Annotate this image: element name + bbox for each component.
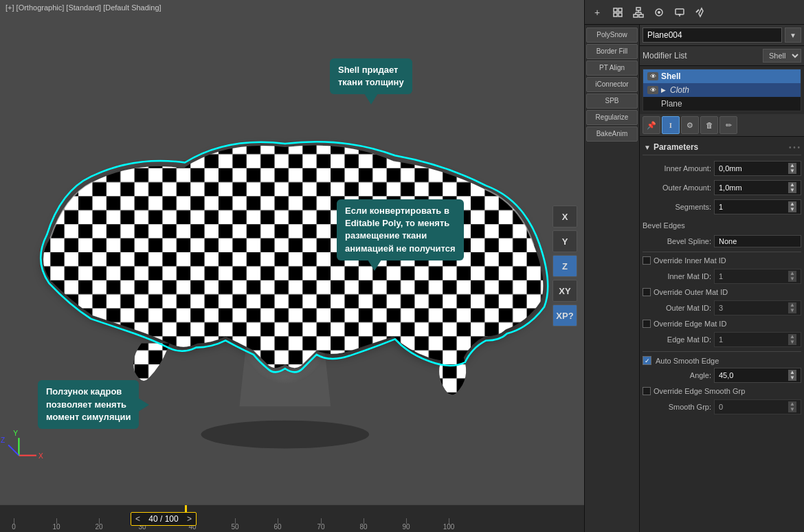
- motion-icon[interactable]: [649, 3, 669, 22]
- outer-amount-value[interactable]: 1,0mm ▲ ▼: [714, 180, 801, 195]
- z-nav-button[interactable]: Z: [552, 255, 577, 277]
- inner-amount-down[interactable]: ▼: [788, 168, 796, 174]
- iconnector-button[interactable]: iConnector: [586, 77, 638, 92]
- x-nav-button[interactable]: X: [552, 206, 577, 228]
- bevel-spline-value[interactable]: None: [714, 235, 801, 247]
- outer-mat-id-spinner[interactable]: ▲ ▼: [788, 302, 796, 313]
- angle-value[interactable]: 45,0 ▲ ▼: [714, 368, 801, 383]
- cloth-eye-icon[interactable]: 👁: [647, 86, 658, 94]
- inner-mat-id-down[interactable]: ▼: [788, 276, 796, 282]
- angle-down[interactable]: ▼: [788, 375, 796, 381]
- smooth-grp-down[interactable]: ▼: [788, 407, 796, 412]
- segments-spinner[interactable]: ▲ ▼: [788, 201, 796, 212]
- display-icon[interactable]: [670, 3, 689, 22]
- object-name-input[interactable]: [643, 27, 782, 43]
- modifier-list-dropdown[interactable]: Shell Cloth Bend: [763, 49, 801, 63]
- params-header: ▼ Parameters • • •: [643, 140, 801, 155]
- inner-amount-spinner[interactable]: ▲ ▼: [788, 163, 796, 174]
- viewport-header: [+] [Orthographic] [Standard] [Default S…: [0, 0, 584, 16]
- inner-amount-value[interactable]: 0,0mm ▲ ▼: [714, 161, 801, 176]
- segments-value[interactable]: 1 ▲ ▼: [714, 199, 801, 214]
- divider-2: [643, 351, 801, 352]
- override-edge-smooth-row: Override Edge Smooth Grp: [643, 386, 801, 397]
- tooltip-editable-text: Если конвертировать вEditable Poly, то м…: [345, 206, 456, 254]
- cloth-modifier-item[interactable]: 👁 ▶ Cloth: [643, 83, 801, 97]
- settings-button[interactable]: ⚙: [681, 116, 699, 134]
- outer-mat-id-row: Outer Mat ID: 3 ▲ ▼: [643, 299, 801, 317]
- bake-anim-button[interactable]: BakeAnim: [586, 126, 638, 142]
- edit-button[interactable]: ✏: [719, 116, 737, 134]
- regularize-button[interactable]: Regularize: [586, 110, 638, 125]
- angle-label: Angle:: [643, 371, 711, 379]
- outer-amount-spinner[interactable]: ▲ ▼: [788, 182, 796, 193]
- name-options-button[interactable]: ▼: [785, 27, 801, 43]
- outer-mat-id-down[interactable]: ▼: [788, 308, 796, 313]
- xp-nav-button[interactable]: XP?: [552, 304, 577, 326]
- override-outer-mat-label: Override Outer Mat ID: [654, 288, 728, 296]
- y-nav-button[interactable]: Y: [552, 230, 577, 252]
- auto-smooth-row: Auto Smooth Edge: [643, 355, 801, 366]
- link-icon[interactable]: [608, 3, 627, 22]
- z-nav-label: Z: [562, 261, 568, 271]
- hierarchy-icon[interactable]: [629, 3, 648, 22]
- override-edge-smooth-label: Override Edge Smooth Grp: [654, 387, 745, 395]
- override-edge-mat-checkbox[interactable]: [643, 320, 651, 328]
- add-icon[interactable]: +: [588, 3, 607, 22]
- xy-nav-button[interactable]: XY: [552, 280, 577, 302]
- spb-button[interactable]: SPB: [586, 93, 638, 109]
- edge-mat-id-label: Edge Mat ID:: [643, 335, 711, 344]
- auto-smooth-label: Auto Smooth Edge: [656, 357, 719, 365]
- params-dots: • • •: [789, 144, 800, 151]
- outer-mat-id-value[interactable]: 3 ▲ ▼: [714, 300, 801, 315]
- utilities-icon[interactable]: [691, 3, 710, 22]
- pin-button[interactable]: 📌: [643, 116, 660, 134]
- override-inner-mat-row: Override Inner Mat ID: [643, 255, 801, 266]
- scene-bg: X Y Z Shell придаетткани толщину Если ко…: [0, 0, 584, 505]
- frame-control[interactable]: < 40 / 100 >: [131, 512, 197, 526]
- mod-tool-active[interactable]: I: [662, 116, 680, 134]
- edge-mat-id-row: Edge Mat ID: 1 ▲ ▼: [643, 331, 801, 348]
- svg-point-28: [658, 11, 660, 14]
- timeline-ruler[interactable]: 0 10 20 30 40 50 60 70 80 90: [0, 505, 584, 532]
- inner-amount-row: Inner Amount: 0,0mm ▲ ▼: [643, 159, 801, 177]
- edge-mat-id-value[interactable]: 1 ▲ ▼: [714, 332, 801, 347]
- divider-1: [643, 252, 801, 252]
- params-title: Parameters: [654, 142, 698, 152]
- next-frame-button[interactable]: >: [186, 514, 193, 524]
- angle-spinner[interactable]: ▲ ▼: [788, 370, 796, 381]
- override-inner-mat-checkbox[interactable]: [643, 256, 651, 265]
- override-outer-mat-checkbox[interactable]: [643, 288, 651, 296]
- override-edge-smooth-checkbox[interactable]: [643, 387, 651, 395]
- bevel-edges-label: Bevel Edges: [643, 219, 685, 231]
- smooth-grp-spinner[interactable]: ▲ ▼: [788, 401, 796, 412]
- shell-modifier-item[interactable]: 👁 Shell: [643, 69, 801, 83]
- pt-align-button[interactable]: PT Align: [586, 60, 638, 76]
- svg-rect-29: [675, 9, 684, 14]
- svg-marker-14: [368, 260, 381, 271]
- delete-button[interactable]: 🗑: [700, 116, 718, 134]
- inner-mat-id-spinner[interactable]: ▲ ▼: [788, 271, 796, 282]
- segments-down[interactable]: ▼: [788, 207, 796, 212]
- edge-mat-id-spinner[interactable]: ▲ ▼: [788, 334, 796, 345]
- object-name-row: ▼: [640, 25, 804, 46]
- edge-mat-id-down[interactable]: ▼: [788, 340, 796, 345]
- border-fill-button[interactable]: Border Fill: [586, 44, 638, 59]
- shell-eye-icon[interactable]: 👁: [647, 72, 658, 80]
- svg-rect-20: [636, 8, 640, 10]
- xp-nav-label: XP?: [556, 311, 573, 321]
- smooth-grp-value[interactable]: 0 ▲ ▼: [714, 399, 801, 414]
- outer-amount-row: Outer Amount: 1,0mm ▲ ▼: [643, 179, 801, 197]
- main-container: [+] [Orthographic] [Standard] [Default S…: [0, 0, 804, 532]
- svg-line-32: [696, 10, 699, 12]
- plane-modifier-item[interactable]: Plane: [643, 97, 801, 111]
- auto-smooth-checkbox[interactable]: [643, 356, 651, 365]
- polysnow-button[interactable]: PolySnow: [586, 27, 638, 43]
- prev-frame-button[interactable]: <: [134, 514, 142, 524]
- frame-display: 40 / 100: [143, 514, 184, 524]
- viewport-nav: X Y Z XY XP?: [552, 206, 577, 326]
- outer-amount-label: Outer Amount:: [643, 184, 711, 192]
- outer-amount-down[interactable]: ▼: [788, 188, 796, 193]
- inner-mat-id-value[interactable]: 1 ▲ ▼: [714, 269, 801, 284]
- override-inner-mat-label: Override Inner Mat ID: [654, 256, 726, 265]
- override-edge-mat-row: Override Edge Mat ID: [643, 318, 801, 329]
